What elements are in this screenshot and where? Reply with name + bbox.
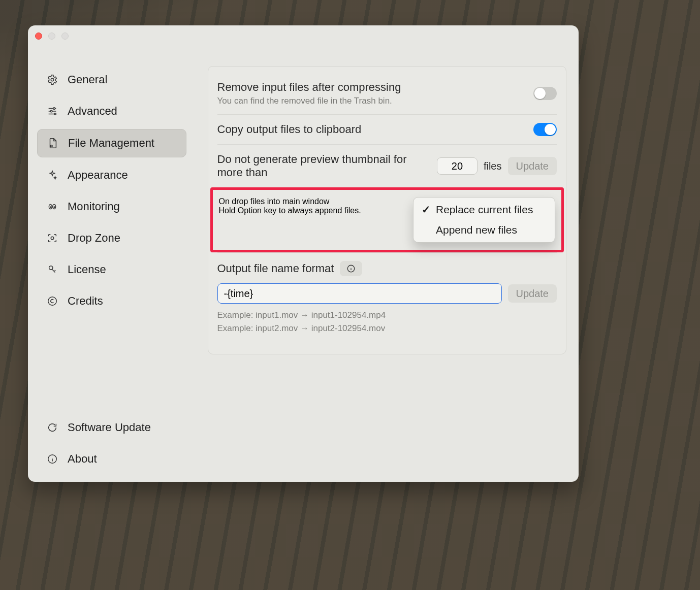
window-controls: [35, 32, 69, 40]
copyright-icon: [46, 295, 58, 307]
output-format-input[interactable]: [217, 283, 502, 304]
example-line: Example: input2.mov → input2-102954.mov: [217, 322, 557, 335]
dropdown-option-replace[interactable]: ✓ Replace current files: [417, 200, 552, 220]
sidebar-item-drop-zone[interactable]: Drop Zone: [37, 224, 186, 252]
sidebar-item-file-management[interactable]: File Management: [37, 129, 186, 157]
sidebar-item-label: General: [68, 73, 107, 86]
scan-icon: [46, 232, 58, 244]
sidebar-item-software-update[interactable]: Software Update: [37, 414, 186, 441]
example-line: Example: input1.mov → input1-102954.mp4: [217, 309, 557, 322]
sidebar-item-license[interactable]: License: [37, 256, 186, 283]
svg-point-7: [50, 207, 51, 208]
sidebar-item-label: Software Update: [68, 421, 151, 434]
thumbnail-update-button[interactable]: Update: [508, 157, 557, 175]
dropdown-option-label: Append new files: [436, 224, 517, 236]
sidebar-item-monitoring[interactable]: Monitoring: [37, 193, 186, 220]
setting-title: Remove input files after compressing: [217, 81, 527, 94]
copy-clipboard-toggle[interactable]: [533, 123, 557, 136]
setting-title: On drop files into main window: [219, 197, 409, 206]
sidebar-item-label: Monitoring: [68, 200, 120, 213]
sidebar-item-label: Advanced: [68, 105, 117, 118]
sidebar-item-label: Appearance: [68, 169, 128, 182]
info-circle-icon: [346, 264, 356, 273]
setting-title: Copy output files to clipboard: [217, 123, 527, 136]
eyes-icon: [46, 201, 58, 213]
thumbnail-unit-label: files: [484, 160, 502, 172]
key-icon: [46, 264, 58, 276]
svg-point-4: [50, 145, 52, 147]
dropdown-option-label: Replace current files: [436, 204, 533, 216]
row-remove-after-compress: Remove input files after compressing You…: [217, 73, 557, 114]
setting-subtitle: You can find the removed file in the Tra…: [217, 96, 527, 106]
row-output-format: Output file name format Update Example: …: [217, 252, 557, 343]
sidebar-item-label: Drop Zone: [68, 232, 120, 245]
row-on-drop-files: On drop files into main window Hold Opti…: [210, 187, 564, 252]
sidebar-item-label: Credits: [68, 294, 103, 308]
svg-point-0: [51, 78, 54, 81]
output-format-info-button[interactable]: [340, 261, 362, 276]
sidebar-item-advanced[interactable]: Advanced: [37, 97, 186, 125]
sidebar-item-credits[interactable]: Credits: [37, 287, 186, 315]
dropdown-option-append[interactable]: Append new files: [417, 220, 552, 240]
sparkle-icon: [46, 169, 58, 181]
sidebar: General Advanced File Management Appeara…: [28, 25, 196, 482]
file-gear-icon: [47, 137, 59, 149]
setting-title: Output file name format: [217, 262, 334, 275]
preferences-window: General Advanced File Management Appeara…: [28, 25, 579, 482]
settings-panel: Remove input files after compressing You…: [208, 66, 567, 354]
checkmark-icon: ✓: [422, 204, 431, 216]
svg-point-11: [48, 297, 57, 306]
content-area: Remove input files after compressing You…: [196, 25, 579, 482]
thumbnail-count-input[interactable]: [437, 157, 478, 175]
svg-point-3: [54, 113, 56, 115]
setting-title: Do not generate preview thumbnail for mo…: [217, 153, 430, 179]
svg-point-8: [54, 207, 55, 208]
setting-subtitle: Hold Option key to always append files.: [219, 206, 409, 215]
window-minimize-button[interactable]: [48, 32, 55, 40]
sidebar-item-appearance[interactable]: Appearance: [37, 161, 186, 189]
window-close-button[interactable]: [35, 32, 42, 40]
svg-point-2: [50, 110, 52, 112]
sidebar-item-general[interactable]: General: [37, 66, 186, 93]
sidebar-item-label: About: [68, 452, 97, 466]
sidebar-item-about[interactable]: About: [37, 445, 186, 473]
on-drop-dropdown-menu[interactable]: ✓ Replace current files Append new files: [413, 197, 555, 243]
output-format-examples: Example: input1.mov → input1-102954.mp4 …: [217, 309, 557, 335]
svg-point-1: [53, 108, 55, 110]
output-format-update-button[interactable]: Update: [508, 284, 557, 303]
gear-icon: [46, 74, 58, 86]
row-thumbnail-limit: Do not generate preview thumbnail for mo…: [217, 144, 557, 187]
remove-after-toggle[interactable]: [533, 87, 557, 100]
window-zoom-button[interactable]: [61, 32, 69, 40]
svg-point-9: [51, 237, 54, 240]
sidebar-item-label: File Management: [68, 137, 154, 150]
info-icon: [46, 453, 58, 465]
refresh-icon: [46, 421, 58, 434]
row-copy-clipboard: Copy output files to clipboard: [217, 114, 557, 144]
sidebar-item-label: License: [68, 263, 106, 276]
sliders-icon: [46, 105, 58, 117]
